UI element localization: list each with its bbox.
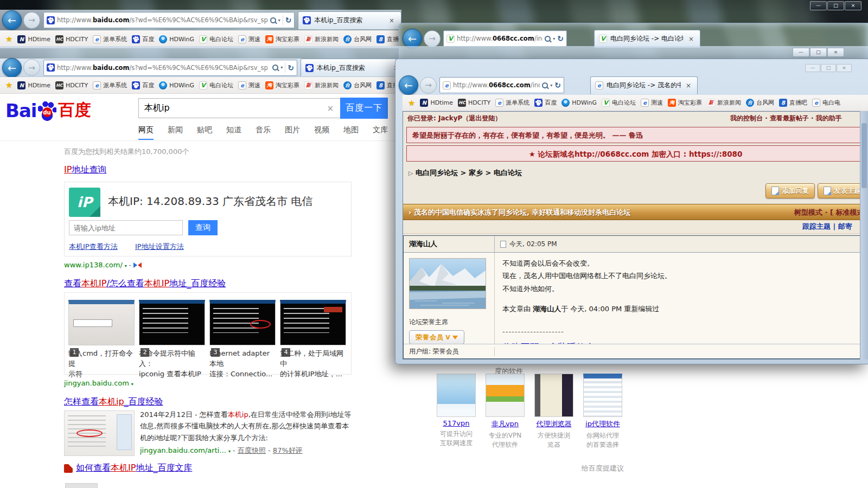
bookmark-item[interactable]: 8 直播吧 (779, 99, 807, 107)
close-icon[interactable]: × (845, 1, 861, 10)
ad-link[interactable]: 非凡vpn (492, 420, 519, 428)
bookmark-item[interactable]: 新 新浪新闻 (304, 81, 339, 89)
minimize-icon[interactable]: — (805, 64, 820, 72)
search-input[interactable] (139, 103, 320, 113)
bookmark-item[interactable]: e 派单系统 (93, 35, 127, 43)
bookmark-item[interactable]: e 派单系统 (495, 99, 529, 107)
bookmark-item[interactable]: 新 新浪新闻 (707, 99, 741, 107)
forward-button[interactable]: → (23, 59, 40, 76)
result4-title-link[interactable]: 如何查看本机IP地址_百度文库 (76, 463, 192, 474)
result-type-tab[interactable]: 网页 (138, 125, 154, 140)
bookmark-item[interactable]: 百度 (132, 35, 154, 43)
bookmark-item[interactable]: 台 台风网 (343, 81, 372, 89)
refresh-icon[interactable]: ↻ (285, 16, 292, 24)
chevron-down-icon[interactable]: ▾ (553, 36, 555, 41)
tab-close-icon[interactable]: × (684, 81, 693, 91)
browser-tab[interactable]: 本机ip_百度搜索 × (298, 11, 401, 29)
bookmark-item[interactable]: N HDtime (420, 99, 453, 107)
baidu-feedback-link[interactable]: 给百度提建议 (582, 464, 624, 473)
clear-search-icon[interactable]: × (320, 104, 340, 113)
address-bar[interactable]: http://www.baidu.com/s?wd=%E6%9C%AC%E6%9… (43, 60, 297, 76)
ad-item[interactable]: 517vpn 可提升访问互联网速度 (436, 374, 476, 450)
bookmark-item[interactable]: HDWinG (159, 35, 194, 43)
bookmark-item[interactable]: 新 新浪新闻 (304, 35, 339, 43)
bookmark-item[interactable]: HDWinG (159, 81, 194, 89)
chevron-down-icon[interactable]: ▾ (131, 382, 133, 387)
bookmark-item[interactable]: 百度 (132, 81, 154, 89)
ad-item[interactable]: ip代理软件 你网站代理的首要选择 (583, 374, 623, 450)
bookmark-item[interactable]: N HDtime (17, 35, 50, 43)
bookmark-item[interactable]: N HDtime (17, 81, 50, 89)
bookmark-item[interactable]: 台 台风网 (343, 35, 372, 43)
ad-link[interactable]: 517vpn (443, 419, 470, 427)
bookmark-item[interactable]: HC HDCITY (55, 35, 88, 43)
back-button[interactable]: ← (2, 10, 22, 30)
search-icon[interactable] (542, 82, 548, 88)
result-type-tab[interactable]: 文库 (373, 125, 388, 140)
back-button[interactable]: ← (2, 58, 22, 78)
step-thumbnail[interactable]: 3 Ethernet adapter 本地连接：Connectio... (209, 300, 276, 380)
baidu-logo[interactable]: Bai du 百度 (5, 99, 91, 121)
refresh-icon[interactable]: ↻ (554, 81, 561, 89)
back-button[interactable]: ← (403, 29, 422, 48)
result-type-tab[interactable]: 图片 (285, 125, 300, 140)
search-icon[interactable] (270, 17, 276, 23)
forward-button[interactable]: → (23, 12, 40, 29)
minimize-icon[interactable]: — (810, 1, 827, 10)
bookmark-item[interactable]: HC HDCITY (458, 99, 490, 107)
ip-howto-link[interactable]: 本机IP查看方法 (69, 242, 118, 252)
tab-close-icon[interactable]: × (687, 34, 695, 44)
browser-tab[interactable]: V 电白同乡论坛 -> 电白论坛... × (594, 30, 700, 48)
post-author[interactable]: 湖海山人 (404, 236, 495, 252)
forward-button[interactable]: → (420, 77, 437, 94)
bookmark-item[interactable]: e 测速 (641, 99, 663, 107)
search-icon[interactable] (545, 36, 551, 42)
track-topic-links[interactable]: 跟踪主题 | 邮寄 (802, 220, 852, 233)
bookmark-item[interactable]: HDWinG (561, 99, 597, 107)
refresh-icon[interactable]: ↻ (557, 34, 564, 43)
address-bar[interactable]: V http://www.0668cc.com/index.p ▾ ↻ (443, 30, 567, 47)
bookmark-item[interactable]: HC HDCITY (55, 81, 88, 89)
result-type-tab[interactable]: 音乐 (256, 125, 271, 140)
ad-item[interactable]: 非凡vpn 专业的VPN代理软件 (485, 374, 525, 450)
bookmark-item[interactable]: 台 台风网 (746, 99, 774, 107)
chevron-down-icon[interactable]: ▾ (550, 83, 552, 88)
glass-titlebar[interactable] (395, 59, 868, 76)
bookmark-item[interactable]: 8 直播吧 (376, 35, 401, 43)
bookmark-item[interactable]: 淘 淘宝彩票 (668, 99, 702, 107)
bookmark-item[interactable]: V 电白论坛 (199, 35, 233, 43)
bookmark-item[interactable]: e 电白电 (812, 99, 840, 107)
chevron-down-icon[interactable]: ▾ (280, 65, 283, 70)
close-icon[interactable]: × (837, 64, 852, 72)
step-thumbnail[interactable]: 4 第二种，处于局域网中的计算机IP地址，... (280, 300, 346, 380)
maximize-icon[interactable]: □ (821, 64, 836, 72)
favorites-star-icon[interactable]: ★ (5, 80, 12, 90)
bookmark-item[interactable]: V 电白论坛 (199, 81, 233, 89)
result1-title-link[interactable]: IP地址查询 (64, 164, 106, 176)
forward-button[interactable]: → (424, 30, 441, 47)
result3-title-link[interactable]: 怎样查看本机ip_百度经验 (64, 396, 163, 408)
result-type-tab[interactable]: 知道 (226, 125, 241, 140)
result1-url[interactable]: www.ip138.com/ (64, 261, 123, 269)
bookmark-item[interactable]: e 测速 (238, 35, 260, 43)
ip-settings-link[interactable]: IP地址设置方法 (135, 242, 184, 252)
result2-title-link[interactable]: 查看本机IP/怎么查看本机IP地址_百度经验 (64, 278, 226, 290)
bookmark-item[interactable]: 淘 淘宝彩票 (265, 81, 299, 89)
ad-link[interactable]: 代理浏览器 (537, 420, 572, 428)
favorites-star-icon[interactable]: ★ (408, 98, 415, 108)
bookmark-item[interactable]: e 派单系统 (93, 81, 127, 89)
chevron-down-icon[interactable]: ▾ (228, 449, 231, 454)
ad-item[interactable]: 代理浏览器 方便快捷浏览器 (534, 374, 574, 450)
step-thumbnail[interactable]: 1 输入cmd，打开命令提示符 (68, 300, 135, 380)
view-mode-links[interactable]: 树型模式 · [ 标准模式 (794, 204, 864, 221)
ip-query-input[interactable] (69, 220, 183, 235)
avatar[interactable] (409, 258, 486, 309)
result-type-tab[interactable]: 视频 (314, 125, 329, 140)
result-type-tab[interactable]: 贴吧 (197, 125, 212, 140)
bookmark-item[interactable]: 百度 (534, 99, 557, 107)
address-bar[interactable]: e http://www.0668cc.com/index.p ▾ ↻ (439, 77, 564, 93)
rating-link[interactable]: 87%好评 (273, 446, 303, 454)
browser-tab[interactable]: 本机ip_百度搜索 × (301, 59, 406, 76)
bookmark-item[interactable]: 淘 淘宝彩票 (265, 35, 299, 43)
result2-url[interactable]: jingyan.baidu.com (64, 379, 129, 387)
